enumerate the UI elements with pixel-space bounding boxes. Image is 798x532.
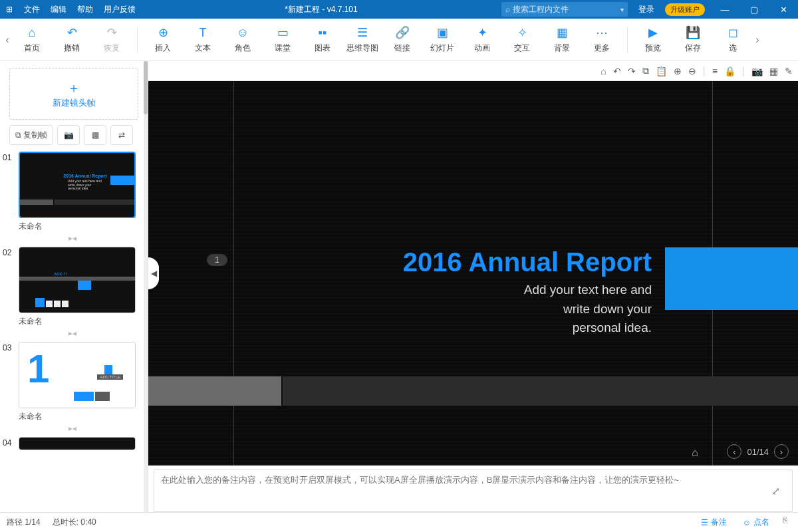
class-icon: ▭ bbox=[277, 25, 289, 40]
select-button[interactable]: ◻选 bbox=[713, 21, 753, 59]
transition-marker-icon[interactable]: ▸◂ bbox=[3, 329, 142, 338]
title-bar: ⊞ 文件 编辑 帮助 用户反馈 *新建工程 - v4.7.101 ⌕ ▾ 登录 … bbox=[0, 0, 798, 19]
copy-frame-button[interactable]: ⧉ 复制帧 bbox=[9, 125, 53, 145]
thumb-item-2[interactable]: 02 ADD TI 未命名 ▸◂ bbox=[3, 247, 142, 338]
new-frame-button[interactable]: ＋ 新建镜头帧 bbox=[9, 68, 138, 120]
slide-title[interactable]: 2016 Annual Report bbox=[403, 247, 652, 277]
notes-toggle-button[interactable]: ☰备注 bbox=[694, 515, 733, 529]
snapshot-icon[interactable]: 📷 bbox=[751, 66, 763, 76]
thumb-preview[interactable]: 2016 Annual Report Add your text here an… bbox=[19, 152, 136, 218]
thumb-label: 未命名 bbox=[3, 313, 142, 329]
menu-edit[interactable]: 编辑 bbox=[45, 4, 72, 15]
align-icon[interactable]: ≡ bbox=[712, 66, 718, 76]
gray-bar[interactable] bbox=[148, 376, 281, 406]
thumb-preview[interactable]: ADD TI bbox=[19, 247, 136, 313]
more-button[interactable]: ⋯更多 bbox=[582, 21, 622, 59]
thumb-label: 未命名 bbox=[3, 408, 142, 424]
toolbar-collapse-right[interactable]: › bbox=[753, 21, 762, 59]
chart-icon: ▪▪ bbox=[319, 26, 327, 40]
swap-button[interactable]: ⇄ bbox=[110, 125, 133, 145]
class-button[interactable]: ▭课堂 bbox=[263, 21, 303, 59]
sidebar-scrollbar[interactable] bbox=[144, 61, 148, 512]
thumb-number: 02 bbox=[3, 247, 19, 313]
separator bbox=[627, 27, 628, 53]
chart-button[interactable]: ▪▪图表 bbox=[303, 21, 342, 59]
canvas-home-icon[interactable]: ⌂ bbox=[600, 66, 606, 76]
edit-icon[interactable]: ✎ bbox=[785, 66, 793, 76]
text-button[interactable]: T文本 bbox=[183, 21, 223, 59]
slide-subtitle[interactable]: Add your text here andwrite down yourper… bbox=[524, 281, 652, 338]
transition-marker-icon[interactable]: ▸◂ bbox=[3, 424, 142, 433]
lock-icon[interactable]: 🔒 bbox=[724, 66, 735, 76]
status-path: 路径 1/14 bbox=[7, 517, 41, 528]
home-button[interactable]: ⌂首页 bbox=[12, 21, 52, 59]
undo-button[interactable]: ↶撤销 bbox=[52, 21, 92, 59]
save-button[interactable]: 💾保存 bbox=[673, 21, 713, 59]
thumb-item-3[interactable]: 03 1 ADD TITLE 未命名 ▸◂ bbox=[3, 342, 142, 433]
roll-call-button[interactable]: ☺点名 bbox=[736, 515, 776, 529]
transition-marker-icon[interactable]: ▸◂ bbox=[3, 233, 142, 243]
notes-expand-button[interactable]: ⤢ bbox=[765, 474, 785, 507]
mindmap-button[interactable]: ☰思维导图 bbox=[342, 21, 382, 59]
canvas-copy-icon[interactable]: ⧉ bbox=[642, 65, 649, 76]
minimize-button[interactable]: — bbox=[710, 5, 739, 15]
dark-bar[interactable] bbox=[283, 376, 798, 406]
chevron-down-icon[interactable]: ▾ bbox=[620, 6, 624, 13]
slide-button[interactable]: ▣幻灯片 bbox=[422, 21, 462, 59]
maximize-button[interactable]: ▢ bbox=[739, 5, 769, 15]
main-area: ＋ 新建镜头帧 ⧉ 复制帧 📷 ▩ ⇄ 01 2016 Annual Repor… bbox=[0, 61, 798, 512]
slide-icon: ▣ bbox=[437, 25, 448, 40]
thumb-item-4[interactable]: 04 bbox=[3, 437, 142, 450]
anim-icon: ✦ bbox=[477, 25, 487, 40]
frame-actions: ⧉ 复制帧 📷 ▩ ⇄ bbox=[9, 125, 138, 145]
canvas[interactable]: 1 2016 Annual Report Add your text here … bbox=[148, 81, 798, 466]
camera-button[interactable]: 📷 bbox=[57, 125, 80, 145]
undo-icon: ↶ bbox=[67, 25, 77, 40]
link-button[interactable]: 🔗链接 bbox=[382, 21, 422, 59]
select-icon: ◻ bbox=[728, 25, 738, 40]
notes-input[interactable] bbox=[161, 474, 765, 507]
interact-button[interactable]: ✧交互 bbox=[502, 21, 542, 59]
thumb-preview[interactable]: 1 ADD TITLE bbox=[19, 342, 136, 408]
thumb-item-1[interactable]: 01 2016 Annual Report Add your text here… bbox=[3, 152, 142, 243]
thumb-preview[interactable] bbox=[19, 437, 136, 450]
main-toolbar: ‹ ⌂首页 ↶撤销 ↷恢复 ⊕插入 T文本 ☺角色 ▭课堂 ▪▪图表 ☰思维导图… bbox=[0, 19, 798, 61]
canvas-undo-icon[interactable]: ↶ bbox=[613, 66, 621, 76]
redo-button[interactable]: ↷恢复 bbox=[92, 21, 132, 59]
roll-icon: ☺ bbox=[743, 518, 751, 527]
status-extra-icon[interactable]: ⎘ bbox=[779, 515, 791, 529]
canvas-home-button[interactable]: ⌂ bbox=[692, 447, 698, 459]
thumb-number: 01 bbox=[3, 152, 19, 218]
blue-block[interactable] bbox=[665, 247, 798, 310]
bg-icon: ▦ bbox=[557, 25, 568, 40]
upgrade-button[interactable]: 升级账户 bbox=[665, 3, 705, 16]
bg-button[interactable]: ▦背景 bbox=[542, 21, 582, 59]
close-button[interactable]: ✕ bbox=[769, 5, 798, 15]
canvas-redo-icon[interactable]: ↷ bbox=[628, 66, 636, 76]
search-box[interactable]: ⌕ ▾ bbox=[501, 2, 628, 17]
canvas-paste-icon[interactable]: 📋 bbox=[656, 66, 667, 76]
interact-icon: ✧ bbox=[517, 25, 527, 40]
anim-button[interactable]: ✦动画 bbox=[462, 21, 502, 59]
menu-help[interactable]: 帮助 bbox=[72, 4, 98, 15]
next-slide-button[interactable]: › bbox=[774, 444, 789, 459]
prev-slide-button[interactable]: ‹ bbox=[727, 444, 741, 459]
notes-icon: ☰ bbox=[701, 518, 708, 527]
mindmap-icon: ☰ bbox=[357, 25, 368, 40]
grid-icon[interactable]: ▦ bbox=[769, 66, 778, 76]
menu-feedback[interactable]: 用户反馈 bbox=[98, 4, 141, 15]
qr-button[interactable]: ▩ bbox=[84, 125, 106, 145]
sidebar-collapse-handle[interactable]: ◀ bbox=[148, 257, 159, 289]
insert-button[interactable]: ⊕插入 bbox=[143, 21, 183, 59]
search-input[interactable] bbox=[513, 5, 620, 14]
thumb-number: 04 bbox=[3, 437, 19, 450]
menu-file[interactable]: 文件 bbox=[19, 4, 45, 15]
toolbar-collapse-left[interactable]: ‹ bbox=[3, 21, 12, 59]
login-button[interactable]: 登录 bbox=[633, 4, 660, 15]
search-icon: ⌕ bbox=[505, 5, 510, 14]
preview-button[interactable]: ▶预览 bbox=[633, 21, 673, 59]
zoom-in-icon[interactable]: ⊕ bbox=[674, 66, 682, 76]
role-button[interactable]: ☺角色 bbox=[223, 21, 263, 59]
zoom-out-icon[interactable]: ⊖ bbox=[688, 66, 696, 76]
slide-counter: 01/14 bbox=[747, 447, 769, 457]
